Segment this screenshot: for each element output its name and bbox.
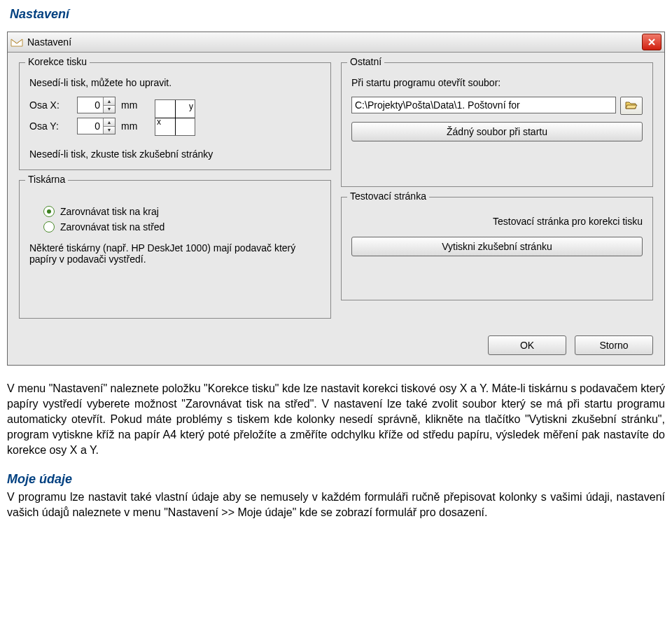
envelope-icon <box>10 37 23 47</box>
page-heading: Nastavení <box>10 7 665 22</box>
cancel-button[interactable]: Storno <box>575 335 653 355</box>
xy-x-label: x <box>157 117 161 127</box>
tiskarna-note: Některé tiskárny (např. HP DeskJet 1000)… <box>29 242 321 265</box>
print-test-page-button[interactable]: Vytiskni zkušební stránku <box>351 237 643 256</box>
startup-file-field[interactable] <box>351 97 616 113</box>
group-tiskarna: Tiskárna Zarovnávat tisk na kraj Zarovná… <box>19 180 331 319</box>
dialog-body: Korekce tisku Nesedí-li tisk, můžete ho … <box>8 53 664 330</box>
dialog-button-bar: OK Storno <box>8 330 664 365</box>
settings-dialog: Nastavení Korekce tisku Nesedí-li tisk, … <box>7 32 665 366</box>
legend-korekce: Korekce tisku <box>25 56 90 67</box>
group-korekce-tisku: Korekce tisku Nesedí-li tisk, můžete ho … <box>19 62 331 170</box>
korekce-desc: Nesedí-li tisk, můžete ho upravit. <box>29 77 321 88</box>
no-startup-file-button[interactable]: Žádný soubor při startu <box>351 122 643 141</box>
xy-y-label: y <box>189 102 193 111</box>
ostatni-desc: Při startu programu otevřít soubor: <box>351 77 643 88</box>
axis-x-down[interactable]: ▼ <box>104 105 115 113</box>
axis-x-input[interactable]: ▲ ▼ <box>77 97 115 113</box>
radio-align-center[interactable]: Zarovnávat tisk na střed <box>43 221 321 233</box>
dialog-title: Nastavení <box>27 36 642 48</box>
left-column: Korekce tisku Nesedí-li tisk, můžete ho … <box>19 62 331 319</box>
axis-y-up[interactable]: ▲ <box>104 118 115 126</box>
subheading-moje-udaje: Moje údaje <box>7 472 665 487</box>
axis-y-input[interactable]: ▲ ▼ <box>77 118 115 134</box>
legend-ostatni: Ostatní <box>347 56 384 67</box>
axis-y-unit: mm <box>121 120 141 132</box>
axis-x-field[interactable] <box>78 97 103 113</box>
axis-x-row: Osa X: ▲ ▼ mm <box>29 97 141 113</box>
radio-align-center-label: Zarovnávat tisk na střed <box>60 221 164 233</box>
radio-icon[interactable] <box>43 206 55 217</box>
ok-button[interactable]: OK <box>488 335 566 355</box>
radio-align-edge[interactable]: Zarovnávat tisk na kraj <box>43 206 321 217</box>
group-ostatni: Ostatní Při startu programu otevřít soub… <box>341 62 653 187</box>
radio-icon[interactable] <box>43 221 55 233</box>
folder-open-icon <box>625 100 638 112</box>
axis-y-label: Osa Y: <box>29 120 71 132</box>
close-button[interactable] <box>642 34 662 50</box>
body-paragraph-2: V programu lze nastavit také vlastní úda… <box>7 490 665 520</box>
axis-x-label: Osa X: <box>29 99 71 111</box>
korekce-note: Nesedí-li tisk, zkuste tisk zkušební str… <box>29 148 321 160</box>
test-desc: Testovací stránka pro korekci tisku <box>351 216 643 227</box>
right-column: Ostatní Při startu programu otevřít soub… <box>341 62 653 319</box>
legend-tiskarna: Tiskárna <box>25 174 68 185</box>
startup-file-row <box>351 97 643 115</box>
legend-test: Testovací stránka <box>347 190 429 202</box>
radio-align-edge-label: Zarovnávat tisk na kraj <box>60 206 159 217</box>
axis-y-down[interactable]: ▼ <box>104 126 115 134</box>
browse-button[interactable] <box>620 97 643 115</box>
axis-x-unit: mm <box>121 99 141 111</box>
body-paragraph-1: V menu "Nastavení" naleznete položku "Ko… <box>7 381 665 458</box>
axis-y-field[interactable] <box>78 118 103 134</box>
axis-y-row: Osa Y: ▲ ▼ mm <box>29 118 141 134</box>
titlebar: Nastavení <box>8 32 664 53</box>
xy-preview: y x <box>155 99 195 136</box>
axis-x-up[interactable]: ▲ <box>104 97 115 105</box>
group-testovaci-stranka: Testovací stránka Testovací stránka pro … <box>341 197 653 300</box>
